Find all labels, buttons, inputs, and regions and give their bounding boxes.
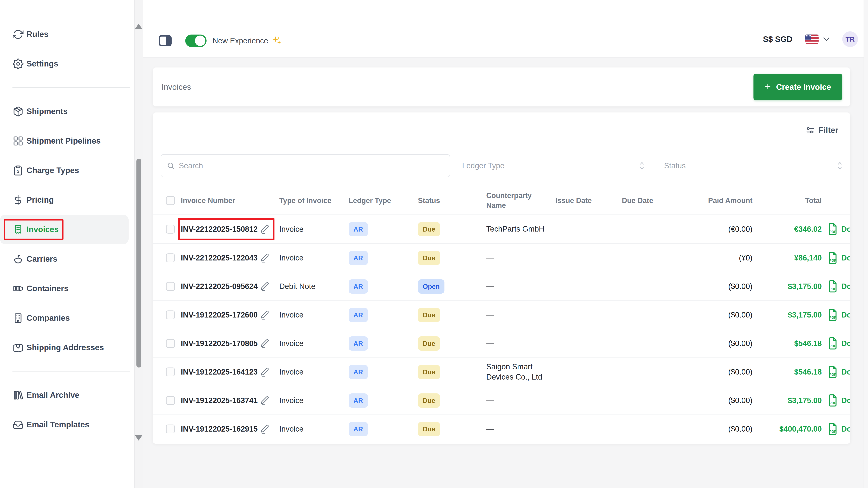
- svg-text:PDF: PDF: [829, 429, 836, 433]
- download-link[interactable]: Do: [841, 368, 850, 376]
- invoice-number-link[interactable]: INV-22122025-095624: [181, 282, 257, 291]
- total-amount: $400,470.00: [752, 425, 822, 433]
- invoice-number-link[interactable]: INV-19122025-170805: [181, 339, 257, 348]
- download-link[interactable]: Do: [841, 396, 850, 405]
- sidebar-item-charge-types[interactable]: $Charge Types: [0, 156, 143, 185]
- sidebar-scrollbar[interactable]: [134, 0, 143, 488]
- select-all-checkbox[interactable]: [166, 196, 175, 205]
- table-row[interactable]: INV-22122025-095624 Debit Note AR Open —…: [153, 272, 850, 300]
- table-row[interactable]: INV-19122025-170805 Invoice AR Due — ($0…: [153, 329, 850, 357]
- pdf-download-icon[interactable]: PDF: [827, 394, 838, 407]
- package-icon: [12, 106, 24, 117]
- row-checkbox[interactable]: [166, 339, 175, 348]
- download-link[interactable]: Do: [841, 425, 850, 433]
- invoice-number-link[interactable]: INV-19122025-162915: [181, 425, 257, 433]
- avatar[interactable]: TR: [842, 31, 858, 47]
- row-checkbox[interactable]: [166, 225, 175, 233]
- table-row[interactable]: INV-19122025-162915 Invoice AR Due — ($0…: [153, 415, 850, 443]
- sidebar-item-email-templates[interactable]: Email Templates: [0, 410, 143, 440]
- pdf-download-icon[interactable]: PDF: [827, 422, 838, 435]
- sidebar-item-rules[interactable]: Rules: [0, 20, 143, 49]
- tray-icon: [12, 419, 24, 430]
- search-input[interactable]: [179, 161, 444, 170]
- table-row[interactable]: INV-22122025-150812 Invoice AR Due TechP…: [153, 215, 850, 243]
- pdf-download-icon[interactable]: PDF: [827, 251, 838, 264]
- sidebar-scrollbar-thumb[interactable]: [136, 159, 141, 367]
- main-scrollbar[interactable]: [864, 0, 868, 488]
- invoice-number-cell: INV-19122025-170805: [178, 332, 275, 354]
- row-checkbox[interactable]: [166, 311, 175, 319]
- counterparty-name: —: [486, 395, 556, 405]
- edit-pencil-icon[interactable]: [260, 339, 269, 348]
- building-icon: [12, 313, 24, 324]
- sidebar-item-carriers[interactable]: Carriers: [0, 244, 143, 274]
- table-row[interactable]: INV-19122025-172600 Invoice AR Due — ($0…: [153, 300, 850, 329]
- status-select[interactable]: Status: [664, 154, 843, 177]
- pdf-download-icon[interactable]: PDF: [827, 280, 838, 293]
- gear-icon: [12, 58, 24, 69]
- invoice-number-link[interactable]: INV-19122025-163741: [181, 396, 257, 405]
- row-checkbox[interactable]: [166, 367, 175, 376]
- table-row[interactable]: INV-19122025-164123 Invoice AR Due Saigo…: [153, 357, 850, 386]
- download-link[interactable]: Do: [841, 339, 850, 348]
- currency-selector[interactable]: S$ SGD: [763, 35, 793, 44]
- scroll-up-arrow-icon[interactable]: [135, 24, 142, 29]
- language-selector[interactable]: [805, 35, 830, 44]
- filter-button[interactable]: Filter: [806, 126, 838, 135]
- sidebar-item-label: Companies: [27, 314, 70, 323]
- edit-pencil-icon[interactable]: [260, 225, 269, 234]
- invoice-table-body: INV-22122025-150812 Invoice AR Due TechP…: [153, 215, 850, 443]
- table-row[interactable]: INV-22122025-122043 Invoice AR Due — (¥0…: [153, 243, 850, 272]
- invoice-number-link[interactable]: INV-22122025-122043: [181, 254, 257, 262]
- create-invoice-button[interactable]: + Create Invoice: [753, 74, 842, 100]
- table-row[interactable]: INV-19122025-163741 Invoice AR Due — ($0…: [153, 386, 850, 415]
- sidebar-item-shipments[interactable]: Shipments: [0, 97, 143, 126]
- sidebar-item-companies[interactable]: Companies: [0, 303, 143, 333]
- pdf-download-icon[interactable]: PDF: [827, 223, 838, 236]
- total-amount: €346.02: [752, 225, 822, 233]
- total-amount: $3,175.00: [752, 396, 822, 405]
- edit-pencil-icon[interactable]: [260, 367, 269, 377]
- select-chevrons-icon: [837, 161, 843, 170]
- download-link[interactable]: Do: [841, 225, 850, 233]
- edit-pencil-icon[interactable]: [260, 310, 269, 320]
- invoice-number-link[interactable]: INV-19122025-164123: [181, 368, 257, 376]
- download-link[interactable]: Do: [841, 282, 850, 291]
- edit-pencil-icon[interactable]: [260, 282, 269, 291]
- sidebar-collapse-icon[interactable]: [159, 35, 172, 46]
- paid-amount: ($0.00): [688, 282, 752, 291]
- row-checkbox[interactable]: [166, 396, 175, 405]
- new-experience-toggle[interactable]: [185, 35, 207, 47]
- row-checkbox[interactable]: [166, 282, 175, 291]
- sidebar-item-containers[interactable]: Containers: [0, 274, 143, 303]
- topbar: New Experience S$ SGD TR: [143, 0, 868, 58]
- page-header-card: Invoices + Create Invoice: [153, 67, 850, 106]
- edit-pencil-icon[interactable]: [260, 424, 269, 433]
- sidebar-item-invoices[interactable]: Invoices: [0, 215, 129, 244]
- scroll-down-arrow-icon[interactable]: [135, 435, 142, 441]
- download-link[interactable]: Do: [841, 311, 850, 319]
- ledger-type-select[interactable]: Ledger Type: [462, 154, 645, 177]
- counterparty-name: —: [486, 338, 556, 349]
- sidebar-item-shipping-addresses[interactable]: Shipping Addresses: [0, 333, 143, 362]
- pdf-download-icon[interactable]: PDF: [827, 365, 838, 379]
- pdf-download-icon[interactable]: PDF: [827, 308, 838, 322]
- invoice-number-link[interactable]: INV-22122025-150812: [181, 225, 257, 233]
- download-link[interactable]: Do: [841, 254, 850, 262]
- edit-pencil-icon[interactable]: [260, 396, 269, 405]
- sidebar-item-email-archive[interactable]: Email Archive: [0, 380, 143, 410]
- edit-pencil-icon[interactable]: [260, 253, 269, 262]
- row-checkbox[interactable]: [166, 425, 175, 433]
- row-checkbox[interactable]: [166, 254, 175, 262]
- pdf-download-icon[interactable]: PDF: [827, 337, 838, 350]
- plus-icon: +: [765, 82, 771, 92]
- sidebar-item-label: Settings: [27, 59, 58, 68]
- header-counterparty: Counterparty Name: [486, 191, 556, 210]
- filter-sliders-icon: [806, 126, 814, 135]
- invoice-number-link[interactable]: INV-19122025-172600: [181, 311, 257, 319]
- sidebar-item-shipment-pipelines[interactable]: Shipment Pipelines: [0, 126, 143, 156]
- search-box: [161, 154, 450, 177]
- search-icon: [167, 162, 175, 170]
- sidebar-item-pricing[interactable]: Pricing: [0, 185, 143, 215]
- sidebar-item-settings[interactable]: Settings: [0, 49, 143, 78]
